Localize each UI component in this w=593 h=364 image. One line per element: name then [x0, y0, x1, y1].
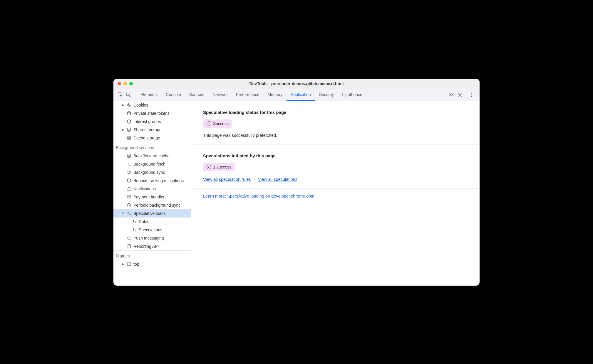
check-circle-icon: ✓ — [207, 121, 211, 126]
updown-icon — [126, 211, 132, 216]
sidebar-item-speculations[interactable]: ▶Speculations — [113, 226, 191, 234]
expand-arrow-icon[interactable]: ▶ — [122, 128, 125, 131]
sidebar-item-label: Periodic background sync — [133, 203, 180, 208]
speculations-heading: Speculations initiated by this page — [203, 153, 468, 158]
settings-icon[interactable] — [456, 91, 464, 99]
svg-point-16 — [128, 179, 130, 180]
sidebar-item-payment-handler[interactable]: ▶Payment handler — [113, 193, 191, 201]
clock-icon — [126, 203, 132, 208]
database-icon — [126, 153, 132, 159]
database-icon — [126, 111, 132, 116]
svg-point-4 — [471, 92, 472, 93]
panel-tabs: ElementsConsoleSourcesNetworkPerformance… — [136, 89, 446, 101]
sidebar-item-push-messaging[interactable]: ▶Push messaging — [113, 234, 191, 242]
sidebar-item-label: Speculative loads — [133, 211, 166, 216]
database-icon — [126, 178, 132, 183]
status-heading: Speculative loading status for this page — [203, 110, 468, 115]
svg-point-3 — [459, 94, 461, 96]
svg-rect-17 — [127, 196, 131, 198]
device-toggle-icon[interactable] — [125, 91, 133, 99]
sidebar-item-label: Payment handler — [133, 195, 165, 199]
sidebar-item-back-forward-cache[interactable]: ▶Back/forward cache — [113, 152, 191, 160]
tab-lighthouse[interactable]: Lighthouse — [338, 89, 366, 101]
more-menu-icon[interactable] — [468, 91, 475, 99]
database-icon — [126, 127, 132, 132]
sidebar-item-speculative-loads[interactable]: ▼Speculative loads — [113, 209, 191, 218]
inspect-element-icon[interactable] — [116, 91, 124, 99]
sidebar-item-private-state-tokens[interactable]: ▶Private state tokens — [113, 109, 191, 117]
sidebar-item-periodic-background-sync[interactable]: ▶Periodic background sync — [113, 201, 191, 209]
updown-icon — [132, 227, 137, 232]
application-sidebar: ▶Cookies▶Private state tokens▶Interest g… — [113, 101, 191, 286]
svg-point-11 — [128, 112, 130, 113]
tab-application[interactable]: Application — [287, 89, 315, 101]
svg-point-15 — [128, 154, 130, 155]
sidebar-item-label: Notifications — [133, 186, 156, 191]
updown-icon — [126, 161, 132, 167]
speculations-badge: ✓ 1 success — [203, 163, 235, 171]
main-panel: Speculative loading status for this page… — [191, 101, 480, 286]
link-separator: · — [254, 177, 255, 182]
speculations-badge-label: 1 success — [213, 165, 231, 169]
sidebar-item-label: Cookies — [133, 103, 148, 107]
speculations-links: View all speculation rules · View all sp… — [203, 177, 468, 182]
check-circle-icon: ✓ — [207, 165, 211, 169]
tab-security[interactable]: Security — [315, 89, 338, 101]
status-description: This page was successfully prefetched. — [203, 133, 468, 138]
tab-performance[interactable]: Performance — [232, 89, 263, 101]
sidebar-item-cache-storage[interactable]: ▶Cache storage — [113, 134, 191, 142]
expand-arrow-icon[interactable]: ▶ — [122, 262, 125, 266]
bell-icon — [126, 186, 132, 191]
learn-more-link[interactable]: Learn more: Speculative loading on devel… — [203, 194, 314, 198]
svg-point-9 — [129, 105, 130, 106]
sidebar-item-notifications[interactable]: ▶Notifications — [113, 185, 191, 193]
status-badge: ✓ Success — [203, 119, 232, 128]
content-area: ▶Cookies▶Private state tokens▶Interest g… — [113, 101, 480, 286]
database-icon — [126, 119, 132, 124]
sidebar-item-shared-storage[interactable]: ▶Shared storage — [113, 126, 191, 134]
sidebar-item-rules[interactable]: ▶Rules — [113, 218, 191, 226]
sidebar-item-background-fetch[interactable]: ▶Background fetch — [113, 160, 191, 168]
svg-rect-2 — [129, 94, 131, 97]
sidebar-item-label: Back/forward cache — [133, 154, 170, 158]
sidebar-item-label: top — [133, 262, 139, 267]
sidebar-item-label: Speculations — [139, 227, 162, 232]
sidebar-item-bounce-tracking-mitigations[interactable]: ▶Bounce tracking mitigations — [113, 176, 191, 185]
svg-point-14 — [128, 136, 130, 137]
devtools-toolbar: ElementsConsoleSourcesNetworkPerformance… — [113, 89, 480, 101]
doc-icon — [126, 244, 132, 249]
speculations-section: Speculations initiated by this page ✓ 1 … — [191, 144, 480, 188]
sidebar-item-label: Background fetch — [133, 162, 165, 166]
view-speculations-link[interactable]: View all speculations — [258, 177, 297, 182]
updown-icon — [132, 219, 137, 224]
card-icon — [126, 194, 132, 200]
view-rules-link[interactable]: View all speculation rules — [203, 177, 251, 182]
status-section: Speculative loading status for this page… — [191, 101, 480, 144]
svg-point-8 — [128, 104, 129, 105]
sidebar-item-label: Cache storage — [133, 136, 160, 140]
database-icon — [126, 135, 132, 141]
expand-arrow-icon[interactable]: ▶ — [122, 103, 125, 107]
sidebar-item-background-sync[interactable]: ▶Background sync — [113, 168, 191, 176]
sidebar-item-label: Push messaging — [133, 236, 164, 240]
tab-console[interactable]: Console — [162, 89, 185, 101]
sidebar-item-cookies[interactable]: ▶Cookies — [113, 101, 191, 109]
svg-point-5 — [471, 94, 472, 95]
sidebar-item-label: Reporting API — [133, 244, 159, 249]
svg-point-6 — [471, 96, 472, 97]
tab-sources[interactable]: Sources — [185, 89, 208, 101]
sidebar-item-label: Background sync — [133, 170, 165, 175]
sidebar-item-interest-groups[interactable]: ▶Interest groups — [113, 117, 191, 126]
svg-point-10 — [128, 106, 129, 106]
svg-point-12 — [128, 120, 130, 121]
tab-memory[interactable]: Memory — [264, 89, 287, 101]
tab-network[interactable]: Network — [208, 89, 232, 101]
sidebar-item-top[interactable]: ▶top — [113, 260, 191, 268]
svg-rect-19 — [127, 263, 131, 266]
collapse-arrow-icon[interactable]: ▼ — [122, 212, 125, 215]
devtools-window: DevTools - prerender-demos.glitch.me/nex… — [113, 79, 480, 286]
tab-elements[interactable]: Elements — [136, 89, 162, 101]
sidebar-item-reporting-api[interactable]: ▶Reporting API — [113, 242, 191, 250]
more-tabs-icon[interactable] — [447, 91, 455, 99]
learn-more-section: Learn more: Speculative loading on devel… — [191, 188, 480, 204]
